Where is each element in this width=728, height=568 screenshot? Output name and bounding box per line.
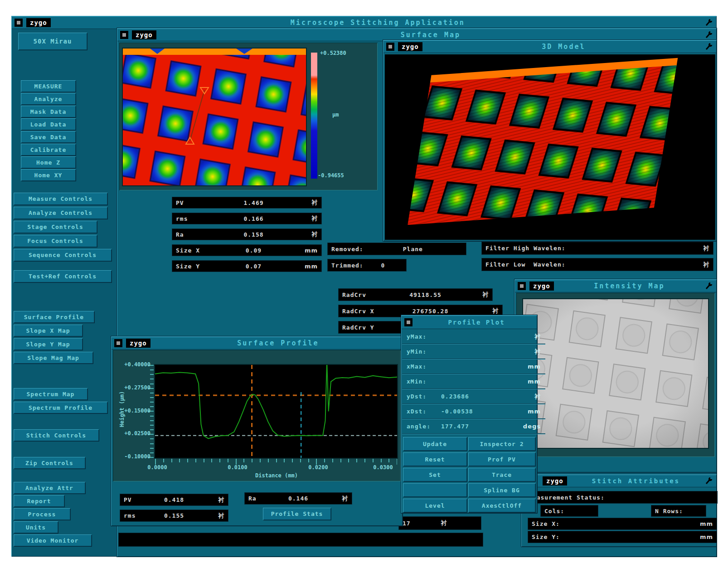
field-value: 0.155	[145, 512, 204, 519]
sidebar-button-surface-profile[interactable]: Surface Profile	[14, 311, 94, 323]
colorbar-max-label: +0.52380	[320, 50, 346, 56]
axesctloff-button[interactable]: AxesCtlOff	[468, 499, 535, 512]
objective-button[interactable]: 50X Mirau	[18, 33, 87, 50]
sidebar-button-testref-controls[interactable]: Test+Ref Controls	[14, 270, 112, 282]
field-unit: 衬	[478, 307, 499, 315]
sidebar-button-report[interactable]: Report	[14, 495, 64, 507]
sidebar-button-analyze[interactable]: Analyze	[21, 93, 76, 105]
field-value: 0.158	[210, 231, 297, 238]
sidebar-button-mask-data[interactable]: Mask Data	[21, 106, 76, 117]
colorbar-unit-label: µm	[332, 112, 339, 118]
level-button[interactable]: Level	[403, 499, 467, 512]
field-unit: 衬	[297, 214, 318, 223]
set-button[interactable]: Set	[403, 468, 467, 481]
profile-plot-field-xmin[interactable]: xMin: mm	[402, 374, 545, 388]
surface-profile-titlebar: zygo Surface Profile	[112, 337, 402, 350]
profile-plot-field-angle[interactable]: angle: 177.477 degs	[402, 419, 545, 433]
sidebar-button-spectrum-profile[interactable]: Spectrum Profile	[14, 402, 107, 413]
stitch-attributes-titlebar: zygo Stitch Attributes	[522, 475, 716, 487]
inspector-2-button[interactable]: Inspector 2	[468, 437, 535, 451]
sidebar-button-measure-controls[interactable]: Measure Controls	[14, 193, 107, 205]
zygo-logo: zygo	[126, 339, 150, 348]
sidebar-button-measure[interactable]: MEASURE	[21, 80, 76, 92]
close-icon[interactable]	[518, 282, 526, 290]
field-value: -0.00538	[439, 408, 517, 415]
field-unit: 衬	[517, 333, 541, 341]
spline-bg-button[interactable]: Spline BG	[468, 483, 535, 497]
close-icon[interactable]	[114, 339, 122, 347]
trace-button[interactable]: Trace	[468, 468, 535, 481]
field-value: 0.166	[210, 215, 297, 222]
3d-model-image[interactable]	[385, 54, 715, 240]
field-value: Plane	[364, 246, 462, 252]
profile-plot-field-ymin[interactable]: yMin: 衬	[402, 345, 545, 359]
reset-button[interactable]: Reset	[403, 452, 467, 466]
surface-map-image[interactable]	[123, 49, 306, 185]
field-value: 0	[364, 262, 403, 269]
colorbar	[311, 53, 317, 179]
stitch-attributes-title: Stitch Attributes	[571, 477, 701, 485]
stitch-size-x-field: Size X: mm	[528, 518, 717, 529]
close-icon[interactable]	[386, 43, 394, 51]
profile-stats-button[interactable]: Profile Stats	[263, 508, 331, 520]
field-value: 0.146	[269, 495, 327, 502]
sidebar-button-spectrum-map[interactable]: Spectrum Map	[14, 388, 87, 400]
profile-plot-field-xdst[interactable]: xDst: -0.00538 mm	[402, 404, 545, 418]
filter-high-field[interactable]: Filter High Wavelen: 衬	[482, 242, 713, 254]
update-button[interactable]: Update	[403, 437, 467, 451]
sidebar-button-process[interactable]: Process	[14, 508, 70, 520]
sidebar-button-slope-mag-map[interactable]: Slope Mag Map	[14, 352, 93, 364]
profile-plot-titlebar: Profile Plot	[402, 316, 537, 329]
field-label: xMax:	[407, 363, 439, 370]
wrench-icon[interactable]	[705, 31, 713, 39]
removed-field[interactable]: Removed: Plane	[328, 243, 466, 255]
profile-plot-field-ymax[interactable]: yMax: 衬	[402, 330, 545, 344]
sidebar-button-stage-controls[interactable]: Stage Controls	[14, 221, 97, 233]
sidebar-button-video-monitor[interactable]: Video Monitor	[14, 534, 92, 546]
trimmed-field[interactable]: Trimmed: 0	[328, 259, 406, 271]
close-icon[interactable]	[120, 31, 128, 39]
wrench-icon[interactable]	[705, 43, 713, 51]
sidebar-button-units[interactable]: Units	[14, 521, 58, 533]
intensity-map-image[interactable]	[523, 299, 708, 448]
filter-low-field[interactable]: Filter Low Wavelen: 衬	[482, 258, 713, 271]
sidebar-button-slope-x-map[interactable]: Slope X Map	[14, 325, 83, 336]
close-icon[interactable]	[404, 318, 413, 326]
field-label: Trimmed:	[331, 262, 364, 269]
sidebar-button-slope-y-map[interactable]: Slope Y Map	[14, 338, 83, 350]
sidebar-button-home-xy[interactable]: Home XY	[21, 169, 76, 181]
y-tick-label: -0.10000	[114, 453, 150, 460]
sidebar-button-load-data[interactable]: Load Data	[21, 118, 76, 130]
wrench-icon[interactable]	[705, 19, 713, 27]
field-unit: 衬	[517, 393, 541, 401]
wrench-icon[interactable]	[705, 282, 713, 290]
sidebar-button-focus-controls[interactable]: Focus Controls	[14, 235, 97, 247]
sidebar-button-calibrate[interactable]: Calibrate	[21, 144, 76, 155]
field-unit: 衬	[689, 244, 709, 252]
field-label: rms	[176, 215, 210, 222]
sidebar-button-home-z[interactable]: Home Z	[21, 156, 76, 168]
profile-plot-field-xmax[interactable]: xMax: mm	[402, 359, 545, 374]
sidebar-button-stitch-controls[interactable]: Stitch Controls	[14, 429, 99, 441]
wrench-icon[interactable]	[705, 477, 713, 485]
sidebar-button-analyze-controls[interactable]: Analyze Controls	[14, 207, 107, 219]
measurement-status-field: Measurement Status:	[525, 491, 717, 503]
3d-model-title: 3D Model	[426, 43, 701, 51]
field-unit: mm	[692, 520, 713, 527]
field-unit: mm	[692, 534, 713, 540]
surface-profile-plot[interactable]	[155, 365, 397, 458]
result-field-pv: PV 1.469 衬	[172, 197, 321, 208]
field-label: yMin:	[407, 348, 439, 355]
field-label: Size X:	[532, 520, 560, 527]
sidebar-button-sequence-controls[interactable]: Sequence Controls	[14, 249, 112, 261]
prof-pv-button[interactable]: Prof PV	[468, 452, 535, 466]
profile-plot-field-ydst[interactable]: yDst: 0.23686 衬	[402, 389, 545, 403]
x-tick-label: 0.0100	[219, 464, 256, 471]
sidebar-button-analyze-attr[interactable]: Analyze Attr	[14, 482, 85, 494]
close-icon[interactable]	[15, 19, 23, 27]
comment-bar[interactable]	[119, 533, 483, 546]
sidebar-button-save-data[interactable]: Save Data	[21, 131, 76, 143]
field-value: 0.09	[210, 247, 297, 254]
sidebar-button-zip-controls[interactable]: Zip Controls	[14, 457, 85, 469]
blank-button[interactable]	[403, 483, 467, 497]
